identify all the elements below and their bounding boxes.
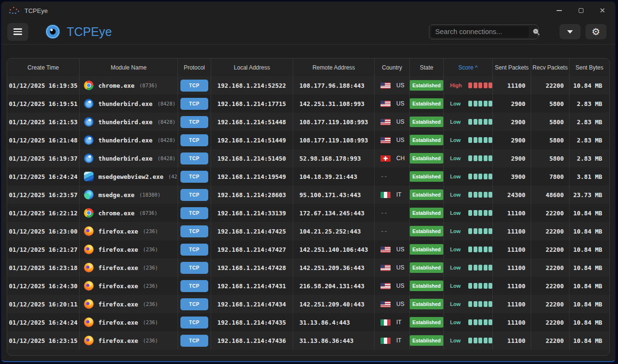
column-header-2[interactable]: Protocol [178,59,211,76]
minimize-icon[interactable] [548,2,570,19]
protocol-badge: TCP [180,189,208,201]
protocol-cell: TCP [178,131,211,149]
flag-it-icon [380,192,391,198]
table-row[interactable]: 01/12/2025 16:19:37thunderbird.exe(8428)… [7,149,609,167]
module-cell: msedge.exe(18380) [80,186,178,204]
column-header-8[interactable]: Sent Packets [493,59,531,76]
score-bar [488,101,492,106]
score-bar [478,174,482,179]
table-row[interactable]: 01/12/2025 16:23:00firefox.exe(236)TCP19… [7,222,609,240]
firefox-icon [84,263,94,272]
table-row[interactable]: 01/12/2025 16:21:53thunderbird.exe(8428)… [7,113,609,131]
table-row[interactable]: 01/12/2025 16:19:51thunderbird.exe(8428)… [7,94,609,113]
table-row[interactable]: 01/12/2025 16:24:30firefox.exe(236)TCP19… [7,277,609,295]
state-badge: Established [410,189,444,200]
sent-packets-cell: 24300 [493,186,531,204]
score-bar [484,119,487,125]
score-cell: Low [444,131,493,149]
table-row[interactable]: 01/12/2025 16:24:24msedgewebview2.exe(42… [7,167,609,186]
module-name: firefox.exe [98,319,138,326]
score-bar [478,101,482,106]
dropdown-button[interactable] [559,24,581,39]
flag-us-icon [380,265,391,271]
score-bar [468,101,472,106]
state-cell: Established [410,331,444,350]
score-bars [468,155,492,161]
score-bar [484,101,487,106]
module-name: firefox.exe [98,246,138,253]
score-bar [484,137,487,143]
column-header-0[interactable]: Create Time [7,59,80,76]
app-logo-dots-icon [9,7,20,14]
table-row[interactable]: 01/12/2025 16:19:35chrome.exe(8736)TCP19… [7,76,609,94]
score-bar [474,210,477,216]
create-time-cell: 01/12/2025 16:21:48 [7,131,80,149]
no-country-label: -- [380,210,387,216]
country-code: US [396,246,404,253]
column-header-7[interactable]: Score ^ [444,59,493,76]
column-header-1[interactable]: Module Name [80,59,178,76]
menu-button[interactable] [7,23,28,41]
country-code: US [396,100,404,107]
score-bar [474,228,477,234]
column-header-4[interactable]: Remote Address [293,59,375,76]
state-cell: Established [410,76,444,94]
score-bar [488,210,492,216]
sent-bytes-cell: 3.81 MB [570,167,609,186]
protocol-cell: TCP [178,186,211,204]
column-header-10[interactable]: Sent Bytes [570,59,609,76]
module-name: chrome.exe [98,82,134,89]
table-row[interactable]: 01/12/2025 16:20:11firefox.exe(236)TCP19… [7,295,609,313]
state-badge: Established [410,281,444,291]
local-address-cell: 192.168.1.214:47435 [211,313,293,331]
state-badge: Established [410,317,444,328]
score-bar [478,301,482,307]
recv-packets-cell: 22200 [531,295,570,313]
state-cell: Established [410,222,444,240]
sent-bytes-cell: 10.84 MB [570,76,609,94]
sent-bytes-cell: 10.84 MB [570,313,609,331]
firefox-icon [84,245,94,254]
protocol-cell: TCP [178,258,211,277]
score-bar [468,265,472,270]
sent-packets-cell: 11100 [493,277,531,295]
process-id: (18380) [139,192,160,198]
flag-it-icon [380,338,391,344]
close-icon[interactable]: ✕ [592,2,613,19]
create-time-cell: 01/12/2025 16:19:35 [7,76,80,94]
create-time-cell: 01/12/2025 16:23:00 [7,222,80,240]
sent-bytes-cell: 2.83 MB [570,113,609,131]
table-row[interactable]: 01/12/2025 16:23:57msedge.exe(18380)TCP1… [7,186,609,204]
maximize-icon[interactable] [570,2,592,19]
protocol-badge: TCP [180,280,208,292]
create-time-cell: 01/12/2025 16:24:24 [7,313,80,331]
module-cell: msedgewebview2.exe(4212) [80,167,178,186]
score-bar [488,247,492,252]
score-bars [468,265,492,270]
column-header-9[interactable]: Recv Packets [531,59,570,76]
column-header-3[interactable]: Local Address [211,59,293,76]
column-header-5[interactable]: Country [375,59,410,76]
table-row[interactable]: 01/12/2025 16:23:18firefox.exe(236)TCP19… [7,258,609,277]
flag-us-icon [380,82,391,89]
score-bar [488,155,492,161]
recv-packets-cell: 5800 [531,131,570,149]
table-row[interactable]: 01/12/2025 16:24:24firefox.exe(236)TCP19… [7,313,609,331]
country-cell: US [375,258,410,277]
score-bar [478,210,482,216]
score-bar [468,210,472,216]
column-header-6[interactable]: State [410,59,444,76]
table-row[interactable]: 01/12/2025 16:21:27firefox.exe(236)TCP19… [7,240,609,258]
search-icon[interactable] [532,28,540,36]
table-row[interactable]: 01/12/2025 16:22:12chrome.exe(8736)TCP19… [7,204,609,222]
create-time-cell: 01/12/2025 16:21:53 [7,113,80,131]
settings-button[interactable]: ⚙ [585,24,606,39]
score-bar [474,265,477,270]
recv-packets-cell: 5800 [531,94,570,113]
table-row[interactable]: 01/12/2025 16:23:15firefox.exe(236)TCP19… [7,331,609,350]
score-bar [478,265,482,270]
score-cell: Low [444,186,493,204]
table-row[interactable]: 01/12/2025 16:21:48thunderbird.exe(8428)… [7,131,609,149]
country-code: US [396,301,404,307]
search-input[interactable] [431,26,529,37]
